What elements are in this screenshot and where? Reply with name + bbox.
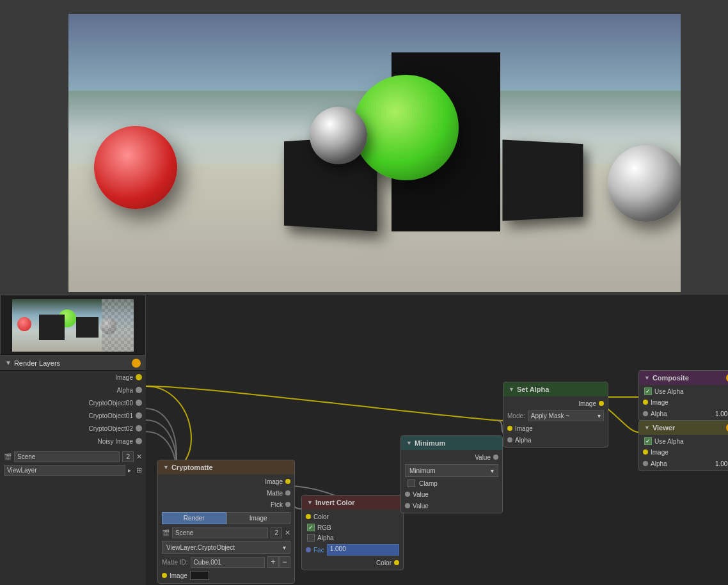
cryptomatte-tabs: Render Image: [158, 510, 294, 526]
cryptomatte-body: Image Matte Pick Render Image 🎬 Scene: [158, 474, 294, 583]
cryptomatte-viewlayer-dropdown[interactable]: ViewLayer.CryptoObject ▾: [162, 541, 290, 554]
set-alpha-title: Set Alpha: [517, 386, 549, 393]
render-layers-label: Render Layers: [14, 359, 60, 367]
cryptomatte-header: ▼ Cryptomatte: [158, 460, 294, 474]
cryptomatte-scene-field[interactable]: Scene: [172, 527, 268, 538]
viewer-use-alpha-label: Use Alpha: [654, 438, 684, 445]
cryptomatte-render-tab[interactable]: Render: [162, 512, 226, 524]
view-layer-row: ViewLayer ▸ ⊞: [0, 464, 146, 477]
cryptomatte-matte-label: Matte: [267, 490, 283, 497]
viewer-image-in-label: Image: [651, 449, 669, 456]
minimum-dropdown-arrow: ▾: [491, 467, 494, 474]
composite-use-alpha-label: Use Alpha: [654, 388, 684, 395]
viewer-header: ▼ Viewer: [639, 421, 728, 435]
scene-row: 🎬 Scene 2 ✕: [0, 450, 146, 464]
sphere-chrome-1: [310, 107, 367, 164]
fac-label: Fac: [313, 547, 324, 554]
mode-label: Mode:: [507, 412, 525, 419]
minimum-dropdown[interactable]: Minimum ▾: [405, 464, 498, 477]
socket-crypto2-dot: [136, 425, 142, 432]
viewer-body: ✓ Use Alpha Image Alpha 1.000: [639, 435, 728, 471]
cryptomatte-pick-label: Pick: [271, 501, 283, 508]
cryptomatte-viewlayer-row[interactable]: ViewLayer.CryptoObject ▾: [158, 540, 294, 555]
invert-color-out-socket: [394, 560, 399, 565]
set-alpha-node[interactable]: ▼ Set Alpha Image Mode: Apply Mask ~ ▾ I…: [503, 382, 608, 448]
clamp-checkbox[interactable]: [408, 480, 415, 487]
clamp-row: Clamp: [401, 478, 502, 488]
mode-row: Mode: Apply Mask ~ ▾: [503, 409, 608, 423]
viewer-use-alpha-cb[interactable]: ✓: [644, 437, 652, 445]
composite-image-in: Image: [639, 396, 728, 408]
viewer-alpha-in-label: Alpha: [651, 460, 667, 467]
set-alpha-image-in-label: Image: [515, 425, 533, 432]
composite-node[interactable]: ▼ Composite ✓ Use Alpha Image Alpha 1.00…: [638, 370, 728, 421]
viewer-use-alpha-row: ✓ Use Alpha: [639, 436, 728, 446]
remove-matte-btn[interactable]: −: [279, 556, 290, 568]
invert-color-in-label: Color: [313, 513, 329, 520]
add-matte-btn[interactable]: +: [267, 556, 279, 568]
rgb-checkbox[interactable]: ✓: [307, 524, 315, 531]
minimum-body: Value Minimum ▾ Clamp Value: [401, 450, 502, 513]
mode-value: Apply Mask ~: [531, 412, 569, 419]
alpha-label-invert: Alpha: [317, 534, 334, 542]
matte-id-input[interactable]: Cube.001: [191, 557, 265, 568]
composite-image-in-label: Image: [651, 399, 669, 406]
set-alpha-alpha-in-socket: [507, 437, 512, 442]
invert-color-body: Color ✓ RGB Alpha Fac 1.000 Color: [302, 510, 403, 570]
cryptomatte-pick-out: Pick: [158, 499, 294, 510]
invert-collapse: ▼: [307, 499, 313, 506]
socket-crypto0-out: CryptoObject00: [0, 396, 146, 409]
scene-name-field[interactable]: Scene: [14, 451, 120, 462]
set-alpha-image-out-socket: [599, 401, 604, 406]
set-alpha-alpha-in: Alpha: [503, 434, 608, 446]
fac-row: Fac 1.000: [302, 543, 403, 557]
thumb-cube2: [76, 317, 99, 338]
scene-close-btn[interactable]: ✕: [136, 453, 142, 461]
mode-dropdown[interactable]: Apply Mask ~ ▾: [528, 410, 604, 421]
minimum-title: Minimum: [415, 439, 445, 447]
socket-alpha-label: Alpha: [116, 387, 133, 394]
minimum-collapse: ▼: [406, 440, 412, 446]
cryptomatte-image-tab[interactable]: Image: [226, 512, 291, 524]
view-layer-icon: ⊞: [136, 466, 142, 474]
scene-num: 2: [122, 451, 134, 462]
cryptomatte-viewlayer-value: ViewLayer.CryptoObject: [166, 544, 235, 551]
cryptomatte-close-btn[interactable]: ✕: [285, 529, 290, 537]
alpha-checkbox[interactable]: [307, 534, 315, 542]
rgb-checkbox-row: ✓ RGB: [302, 522, 403, 533]
composite-use-alpha-cb[interactable]: ✓: [644, 387, 652, 395]
composite-collapse: ▼: [644, 375, 650, 381]
minimum-dropdown-row[interactable]: Minimum ▾: [401, 463, 502, 478]
composite-alpha-value: 1.000: [715, 410, 728, 417]
clamp-label: Clamp: [419, 480, 438, 487]
view-layer-expand[interactable]: ▸: [128, 467, 131, 474]
fac-value: 1.000: [330, 545, 346, 552]
composite-alpha-in-label: Alpha: [651, 410, 667, 417]
minimum-val1-label: Value: [413, 491, 429, 498]
fac-input[interactable]: 1.000: [327, 544, 399, 556]
cryptomatte-collapse: ▼: [163, 464, 169, 471]
sky: [68, 14, 681, 91]
thumb-checker: [102, 299, 134, 352]
viewer-image-in: Image: [639, 446, 728, 458]
minimum-node[interactable]: ▼ Minimum Value Minimum ▾ Clamp: [400, 435, 503, 513]
render-layers-header[interactable]: ▼ Render Layers: [0, 355, 146, 371]
thumb-red-sphere: [17, 317, 31, 331]
add-remove-btns: + −: [267, 556, 290, 568]
render-layers-panel: ▼ Render Layers Image Alpha CryptoObject…: [0, 355, 146, 585]
viewer-node[interactable]: ▼ Viewer ✓ Use Alpha Image Alpha 1.000: [638, 420, 728, 471]
sphere-green: [353, 75, 459, 180]
cryptomatte-title: Cryptomatte: [171, 464, 213, 471]
thumbnail-strip[interactable]: [0, 295, 146, 355]
cryptomatte-matte-out: Matte: [158, 487, 294, 499]
scene-icon: 🎬: [4, 453, 12, 460]
cryptomatte-node[interactable]: ▼ Cryptomatte Image Matte Pick Render Im…: [157, 460, 295, 584]
socket-image-out: Image: [0, 371, 146, 384]
invert-color-node[interactable]: ▼ Invert Color Color ✓ RGB Alpha Fac 1.0…: [301, 495, 404, 570]
view-layer-field[interactable]: ViewLayer: [4, 465, 125, 476]
socket-noisy-label: Noisy Image: [97, 438, 133, 445]
cryptomatte-image-bottom: Image: [158, 569, 294, 582]
composite-header: ▼ Composite: [639, 371, 728, 385]
minimum-header: ▼ Minimum: [401, 436, 502, 450]
viewer-title: Viewer: [653, 424, 675, 432]
